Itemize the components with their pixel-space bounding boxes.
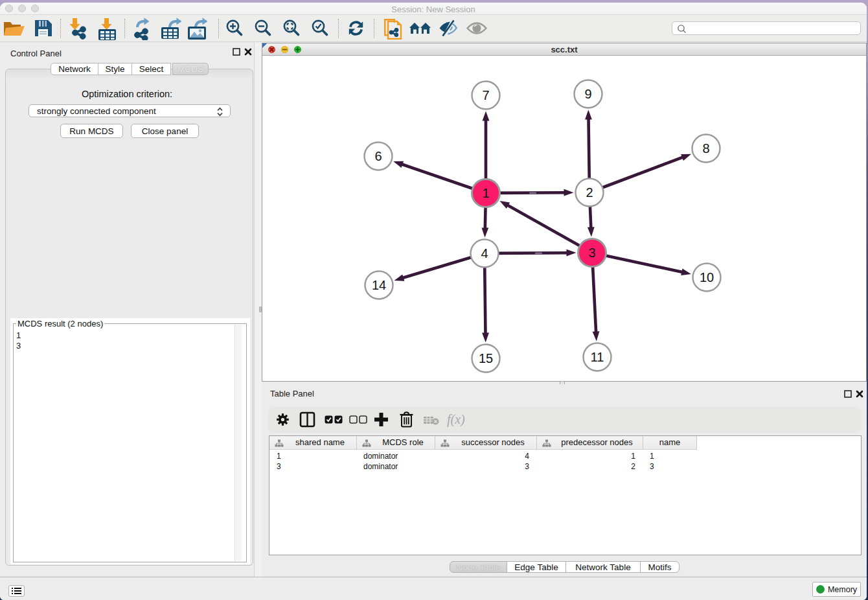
svg-text:6: 6: [374, 149, 382, 163]
svg-text:2: 2: [586, 185, 593, 200]
svg-text:10: 10: [700, 270, 714, 284]
svg-text:8: 8: [702, 141, 709, 156]
svg-text:7: 7: [482, 88, 489, 102]
svg-text:3: 3: [588, 246, 595, 260]
svg-text:15: 15: [479, 351, 493, 365]
svg-text:14: 14: [372, 278, 386, 292]
svg-text:4: 4: [481, 246, 488, 260]
svg-text:11: 11: [591, 350, 604, 364]
svg-text:9: 9: [584, 87, 591, 101]
svg-text:1: 1: [482, 186, 489, 200]
